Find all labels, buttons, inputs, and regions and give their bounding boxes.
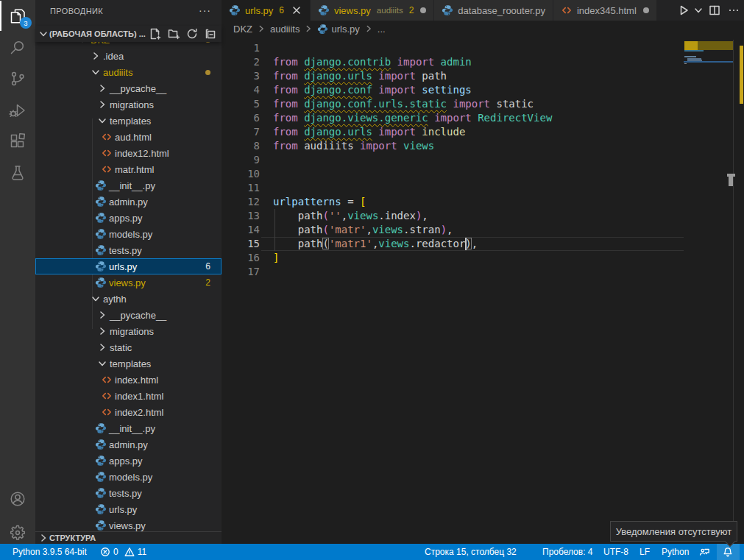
statusbar-language-mode[interactable]: Python [662,544,689,560]
tree-item-label: aud.html [115,132,152,143]
run-dropdown-button[interactable] [692,4,701,16]
tree-item-tests.py[interactable]: tests.py [35,485,222,501]
statusbar-interpreter[interactable]: Python 3.9.5 64-bit [13,544,87,560]
tree-item-views.py[interactable]: views.py [35,517,222,531]
activitybar-badge: 3 [20,17,32,29]
activitybar-search[interactable] [0,32,35,63]
tree-item-label: .idea [103,51,124,62]
python-file-icon [318,4,330,16]
tab-description: audiiits [377,6,403,15]
tree-item-matr.html[interactable]: matr.html [35,161,222,177]
close-icon[interactable] [291,4,302,16]
tree-item-label: __pycache__ [110,83,166,94]
chevron-right-icon [96,99,108,110]
modified-dot[interactable] [643,7,649,13]
split-editor-button[interactable] [709,4,720,16]
activitybar-testing[interactable] [0,157,35,189]
tree-item-templates[interactable]: templates [35,113,222,129]
chevron-right-icon [96,82,108,94]
tab-label: index345.html [577,5,637,16]
python-file-icon [229,4,241,16]
statusbar-notifications[interactable] [723,544,734,560]
modified-dot [205,70,210,75]
chevron-down-icon [90,293,102,305]
tree-item-models.py[interactable]: models.py [35,469,222,485]
breadcrumb-item[interactable]: ... [378,24,386,35]
tree-item-label: views.py [109,277,146,288]
tree-item-index2.html[interactable]: index2.html [35,404,222,420]
tree-item-aythh[interactable]: aythh [35,291,222,307]
tree-item-views.py[interactable]: views.py2 [35,274,222,291]
tree-item-templates[interactable]: templates [35,355,222,372]
tree-item-label: urls.py [109,504,137,515]
python-file-icon [95,277,107,288]
tree-item-apps.py[interactable]: apps.py [35,453,222,469]
tree-item-__init__.py[interactable]: __init__.py [35,177,222,194]
gear-icon [9,524,26,542]
tree-item-__init__.py[interactable]: __init__.py [35,420,222,436]
breadcrumb-item[interactable]: DKZ [233,24,252,35]
tree-item-migrations[interactable]: migrations [35,96,222,113]
tree-item-__pycache__[interactable]: __pycache__ [35,80,222,96]
tree-item-admin.py[interactable]: admin.py [35,436,222,453]
chevron-right-icon [90,50,102,62]
file-tree: DKZ.ideaaudiiits__pycache__migrationstem… [35,38,222,531]
tree-item-__pycache__[interactable]: __pycache__ [35,307,222,323]
breadcrumb-item[interactable]: urls.py [331,24,359,35]
tree-item-index1.html[interactable]: index1.html [35,388,222,404]
tab-label: database_roouter.py [458,5,545,16]
tree-item-.idea[interactable]: .idea [35,48,222,64]
activitybar-extensions[interactable] [0,126,35,157]
collapse-all-icon[interactable] [205,28,216,40]
outline-section-header[interactable]: СТРУКТУРА [35,531,222,544]
chevron-down-icon [96,358,108,369]
run-button[interactable] [678,4,690,16]
tree-item-admin.py[interactable]: admin.py [35,194,222,210]
tree-item-audiiits[interactable]: audiiits [35,64,222,80]
statusbar-indentation[interactable]: Пробелов: 4 [542,544,593,560]
activitybar-run-debug[interactable] [0,94,35,126]
tab-urls.py[interactable]: urls.py6 [222,0,310,21]
statusbar-cursor-position[interactable]: Строка 15, столбец 32 [425,544,517,560]
tree-item-apps.py[interactable]: apps.py [35,210,222,226]
new-folder-icon[interactable] [168,28,180,40]
sidebar-more-actions-icon[interactable]: ··· [199,4,211,16]
more-actions-button[interactable] [728,4,740,16]
tree-item-label: admin.py [109,196,148,208]
tree-item-index.html[interactable]: index.html [35,372,222,388]
outline-section-label: СТРУКТУРА [49,534,96,542]
chevron-right-icon [96,325,108,337]
new-file-icon[interactable] [149,28,161,40]
tree-item-aud.html[interactable]: aud.html [35,129,222,145]
activitybar-explorer[interactable]: 3 [0,0,35,32]
statusbar-eol[interactable]: LF [640,544,650,560]
tab-problems-badge: 2 [409,5,414,15]
statusbar-feedback[interactable] [699,544,710,560]
tree-item-label: tests.py [109,245,142,256]
tab-bar: urls.py6views.pyaudiiits2database_rooute… [222,0,744,21]
activitybar-source-control[interactable] [0,63,35,94]
chevron-down-icon [692,4,701,16]
tree-item-migrations[interactable]: migrations [35,323,222,339]
tree-item-urls.py[interactable]: urls.py6 [35,258,222,274]
tab-views.py[interactable]: views.pyaudiiits2 [311,0,433,21]
tree-item-label: migrations [110,326,154,337]
modified-dot[interactable] [420,7,426,13]
breadcrumb-item[interactable]: audiiits [270,24,300,35]
statusbar-encoding[interactable]: UTF-8 [603,544,628,560]
error-icon [100,547,110,557]
tree-item-label: index.html [115,375,158,386]
tree-item-tests.py[interactable]: tests.py [35,242,222,258]
tree-item-models.py[interactable]: models.py [35,226,222,242]
tree-item-static[interactable]: static [35,339,222,355]
account-icon [9,490,26,508]
tree-item-urls.py[interactable]: urls.py [35,501,222,517]
tree-item-label: tests.py [109,488,142,499]
tree-item-label: migrations [110,99,154,110]
tab-index345.html[interactable]: index345.html [553,0,656,21]
tab-database_roouter.py[interactable]: database_roouter.py [434,0,553,21]
activitybar-account[interactable] [0,483,35,514]
statusbar-problems[interactable]: 011 [100,544,146,560]
tree-item-index12.html[interactable]: index12.html [35,145,222,161]
refresh-icon[interactable] [186,28,198,40]
